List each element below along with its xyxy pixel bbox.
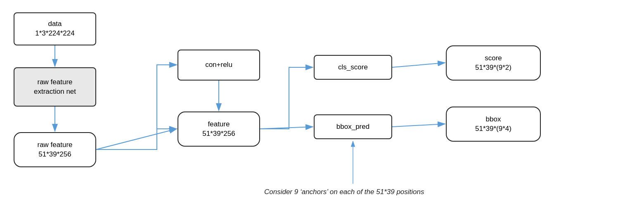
annotation-text: Consider 9 ‘anchors’ on each of the 51*3…: [264, 188, 424, 196]
node-data: data 1*3*224*224: [14, 12, 96, 45]
svg-line-6: [260, 127, 313, 129]
node-feature: feature 51*39*256: [178, 112, 260, 147]
svg-line-8: [392, 124, 445, 127]
svg-line-4: [96, 129, 177, 149]
node-raw-feature-net: raw feature extraction net: [14, 67, 96, 107]
node-con-relu-label: con+relu: [205, 60, 232, 70]
node-raw-feature: raw feature 51*39*256: [14, 132, 96, 167]
node-score-label: score 51*39*(9*2): [475, 54, 511, 73]
node-cls-score: cls_score: [314, 55, 392, 80]
node-bbox-pred-label: bbox_pred: [336, 122, 369, 132]
node-bbox: bbox 51*39*(9*4): [446, 107, 541, 142]
node-score: score 51*39*(9*2): [446, 45, 541, 81]
diagram-container: data 1*3*224*224 raw feature extraction …: [0, 0, 644, 223]
node-raw-feature-net-label: raw feature extraction net: [34, 78, 76, 97]
node-data-label: data 1*3*224*224: [35, 19, 74, 38]
node-bbox-label: bbox 51*39*(9*4): [475, 115, 511, 134]
node-bbox-pred: bbox_pred: [314, 114, 392, 139]
node-feature-label: feature 51*39*256: [202, 120, 235, 139]
node-con-relu: con+relu: [178, 50, 260, 81]
svg-line-7: [392, 63, 445, 67]
node-raw-feature-label: raw feature 51*39*256: [37, 140, 72, 159]
node-cls-score-label: cls_score: [338, 63, 368, 72]
